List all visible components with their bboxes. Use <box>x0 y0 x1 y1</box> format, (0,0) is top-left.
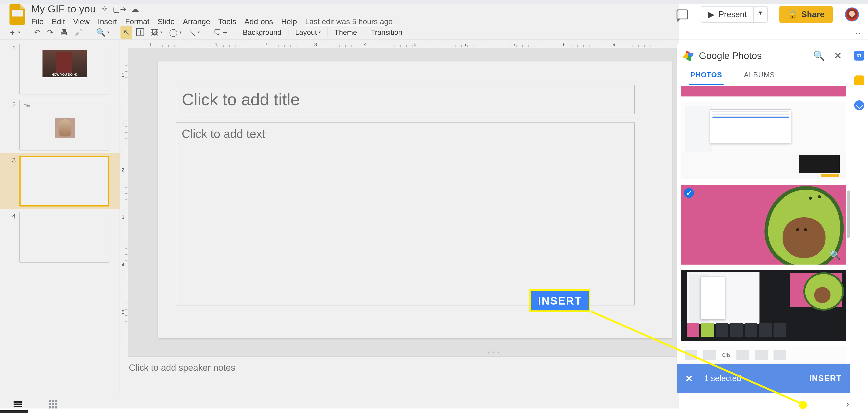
layout-button[interactable]: Layout▾ <box>292 26 323 38</box>
sidepanel-close-icon[interactable]: ✕ <box>832 49 844 63</box>
insert-bar-selection-text: 1 selected <box>704 374 798 383</box>
menu-addons[interactable]: Add-ons <box>244 17 273 26</box>
zoom-button[interactable]: 🔍▾ <box>93 26 112 39</box>
theme-button[interactable]: Theme <box>332 26 360 38</box>
filmstrip-slide-4[interactable]: 4 <box>10 212 112 262</box>
insert-bar: ✕ 1 selected INSERT <box>677 364 850 393</box>
menu-help[interactable]: Help <box>281 17 297 26</box>
hide-menus-chevron-icon[interactable]: ︿ <box>855 27 862 37</box>
filmstrip-slide-3[interactable]: 3 <box>0 153 120 209</box>
title-placeholder[interactable]: Click to add title <box>176 85 635 114</box>
splitter-grip-icon[interactable]: • • • <box>488 349 500 355</box>
filmstrip-number: 2 <box>10 100 16 151</box>
slide[interactable]: Click to add title Click to add text <box>158 61 672 339</box>
menu-view[interactable]: View <box>73 17 90 26</box>
shape-tool[interactable]: ◯▾ <box>166 26 184 39</box>
sidepanel-title: Google Photos <box>699 51 806 61</box>
insert-bar-close-icon[interactable]: ✕ <box>685 373 693 384</box>
thumb-title: Gifs <box>24 104 30 108</box>
photo-thumbnail[interactable] <box>681 102 846 180</box>
redo-button[interactable]: ↷ <box>44 26 56 39</box>
photos-scroll-area[interactable]: ✓ 🔍 Gifs <box>677 85 850 364</box>
share-button[interactable]: 🔒 Share <box>779 6 833 23</box>
lock-icon: 🔒 <box>787 10 798 19</box>
menu-slide[interactable]: Slide <box>158 17 175 26</box>
keep-addon-icon[interactable] <box>854 75 864 86</box>
menu-insert[interactable]: Insert <box>98 17 117 26</box>
photo-thumbnail[interactable]: Gifs <box>681 347 846 364</box>
last-edit-link[interactable]: Last edit was 5 hours ago <box>305 17 393 26</box>
menu-file[interactable]: File <box>31 17 43 26</box>
filmstrip-slide-1[interactable]: 1 <box>10 44 112 94</box>
view-filmstrip-button[interactable] <box>13 401 22 407</box>
toolbar: ＋▾ ↶ ↷ 🖶 🖌 🔍▾ ↖ 🅃 🖼▾ ◯▾ ＼▾ 🗨＋ Background… <box>0 25 868 40</box>
insert-button[interactable]: INSERT <box>809 374 842 383</box>
image-tool[interactable]: 🖼▾ <box>148 26 165 39</box>
present-label: Present <box>719 10 747 19</box>
line-tool[interactable]: ＼▾ <box>186 25 203 39</box>
bottombar: › <box>0 395 868 413</box>
present-dropdown-caret[interactable]: ▼ <box>753 6 768 23</box>
filmstrip-number: 3 <box>10 156 16 206</box>
slides-app-icon[interactable] <box>9 4 25 25</box>
account-avatar[interactable] <box>845 7 859 22</box>
undo-button[interactable]: ↶ <box>31 26 43 39</box>
taskbar-strip <box>0 410 28 413</box>
filmstrip-number: 1 <box>10 44 16 94</box>
annotation-insert-callout: INSERT <box>529 289 590 312</box>
photo-thumbnail[interactable] <box>681 270 846 341</box>
transition-button[interactable]: Transition <box>368 26 405 38</box>
sidepanel-search-icon[interactable]: 🔍 <box>811 49 827 63</box>
present-play-icon: ▶ <box>708 10 715 19</box>
filmstrip[interactable]: 1 2 Gifs 3 4 <box>0 40 120 395</box>
calendar-addon-icon[interactable] <box>854 51 864 61</box>
body-placeholder[interactable]: Click to add text <box>176 123 635 306</box>
star-icon[interactable]: ☆ <box>101 4 108 13</box>
titlebar: My GIF to you ☆ ▢➔ ☁ File Edit View Inse… <box>0 4 868 25</box>
comments-icon[interactable] <box>677 9 688 20</box>
selected-check-icon[interactable]: ✓ <box>684 188 694 198</box>
background-button[interactable]: Background <box>240 26 284 38</box>
tasks-addon-icon[interactable] <box>854 100 864 110</box>
share-label: Share <box>801 10 825 19</box>
photo-strip-label: Gifs <box>722 352 731 358</box>
view-grid-button[interactable] <box>49 400 57 409</box>
annotation-endpoint-dot <box>799 401 807 409</box>
google-photos-panel: Google Photos 🔍 ✕ PHOTOS ALBUMS <box>677 44 850 393</box>
textbox-tool[interactable]: 🅃 <box>133 26 147 39</box>
print-button[interactable]: 🖶 <box>57 26 70 39</box>
tab-albums[interactable]: ALBUMS <box>743 68 776 85</box>
sidepanel-tabs: PHOTOS ALBUMS <box>677 65 850 85</box>
comment-add-button[interactable]: 🗨＋ <box>211 25 232 39</box>
magnify-icon[interactable]: 🔍 <box>830 250 841 260</box>
move-icon[interactable]: ▢➔ <box>113 4 126 13</box>
menu-arrange[interactable]: Arrange <box>183 17 210 26</box>
google-photos-logo-icon <box>683 51 693 61</box>
select-tool[interactable]: ↖ <box>121 26 132 39</box>
tab-photos[interactable]: PHOTOS <box>689 68 723 85</box>
expand-sidepanel-icon[interactable]: › <box>846 399 855 409</box>
filmstrip-number: 4 <box>10 212 16 262</box>
new-slide-button[interactable]: ＋▾ <box>6 25 23 39</box>
right-app-bar <box>850 44 868 395</box>
menu-bar: File Edit View Insert Format Slide Arran… <box>31 16 393 26</box>
sidepanel-scrollbar[interactable] <box>847 190 850 238</box>
menu-format[interactable]: Format <box>125 17 150 26</box>
menu-tools[interactable]: Tools <box>218 17 236 26</box>
photo-thumbnail[interactable] <box>681 86 846 96</box>
photo-thumbnail-selected[interactable]: ✓ 🔍 <box>681 185 846 264</box>
paint-format-button[interactable]: 🖌 <box>72 26 85 39</box>
document-title[interactable]: My GIF to you <box>31 3 96 15</box>
filmstrip-slide-2[interactable]: 2 Gifs <box>10 100 112 151</box>
menu-edit[interactable]: Edit <box>52 17 65 26</box>
cloud-status-icon[interactable]: ☁ <box>131 4 139 13</box>
present-button[interactable]: ▶ Present <box>701 6 753 23</box>
present-button-group: ▶ Present ▼ <box>701 6 768 23</box>
